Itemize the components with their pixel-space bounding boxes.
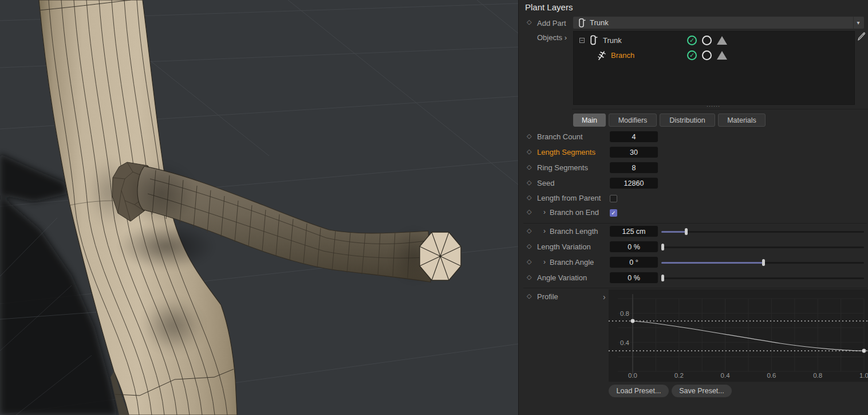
load-preset-button[interactable]: Load Preset... [609,385,669,397]
collapse-icon[interactable]: − [579,38,585,43]
display-triangle-icon[interactable] [717,36,727,45]
objects-label: Objects › [537,33,567,42]
dropdown-arrow-icon[interactable]: ▾ [853,17,863,29]
state-circle-icon[interactable] [702,36,712,45]
param-diamond-icon: ◇ [527,209,531,215]
param-label-length-segments: Length Segments [537,148,595,156]
add-part-label: Add Part [537,19,566,28]
enabled-check-icon[interactable]: ✓ [687,36,697,45]
curve-point-start[interactable] [631,319,635,323]
param-diamond-icon: ◇ [527,274,531,280]
tree-item-label[interactable]: Branch [611,51,634,60]
length-segments-field[interactable]: 30 [610,147,658,158]
branch-on-end-checkbox[interactable]: ✓ [610,209,617,217]
seed-field[interactable]: 12860 [610,178,658,189]
param-diamond-icon: ◇ [527,259,531,265]
param-diamond-icon: ◇ [527,164,531,170]
branch-count-field[interactable]: 4 [610,131,658,142]
add-part-dropdown[interactable]: Trunk ▾ [573,17,864,29]
tab-distribution[interactable]: Distribution [660,113,715,127]
param-label-branch-count: Branch Count [537,132,583,141]
branch-length-field[interactable]: 125 cm [610,226,658,237]
branch-angle-field[interactable]: 0 ° [610,257,658,268]
ytick-label: 0.4 [620,339,630,346]
expand-chevron-icon[interactable]: › [543,227,546,235]
pencil-icon[interactable] [857,32,866,42]
xtick-label: 0.2 [674,372,684,379]
state-circle-icon[interactable] [702,50,712,60]
expand-chevron-icon[interactable]: › [543,258,546,266]
param-diamond-icon: ◇ [527,19,531,25]
param-diamond-icon: ◇ [527,228,531,234]
tree-row-branch[interactable]: Branch ✓ [574,48,854,62]
length-variation-slider[interactable] [661,244,864,250]
branch-angle-slider[interactable] [661,259,864,266]
panel-title: Plant Layers [525,2,573,12]
profile-curve-graph[interactable]: 0.8 0.4 0.0 0.2 0.4 0.6 0.8 1.0 [609,289,868,382]
enabled-check-icon[interactable]: ✓ [687,50,697,60]
viewport-3d[interactable] [0,0,518,415]
profile-expand-chevron-icon[interactable]: › [603,292,606,302]
param-label-ring-segments: Ring Segments [537,163,588,172]
expand-chevron-icon[interactable]: › [543,208,546,216]
param-label-angle-variation: Angle Variation [537,273,587,282]
tab-materials[interactable]: Materials [718,113,766,127]
length-from-parent-checkbox[interactable] [610,195,617,202]
angle-variation-slider[interactable] [661,275,864,281]
panel-separator [572,109,868,109]
xtick-label: 1.0 [859,372,868,379]
param-diamond-icon: ◇ [527,133,531,139]
param-label-profile: Profile [537,292,558,301]
display-triangle-icon[interactable] [717,51,727,60]
plant-layers-panel: Plant Layers ◇ Add Part Trunk ▾ Objects … [518,0,868,415]
trunk-icon [589,34,598,46]
ring-segments-field[interactable]: 8 [610,162,658,173]
xtick-label: 0.0 [628,372,637,379]
ytick-label: 0.8 [620,310,629,317]
panel-separator [523,223,867,224]
param-label-branch-on-end: Branch on End [550,208,599,217]
xtick-label: 0.8 [813,372,822,379]
param-label-branch-angle: Branch Angle [550,258,594,267]
param-label-length-variation: Length Variation [537,242,591,251]
tree-row-trunk[interactable]: − Trunk ✓ [574,33,854,48]
drag-handle-dots[interactable]: ······ [707,104,720,108]
param-label-length-from-parent: Length from Parent [537,194,601,202]
tree-item-label[interactable]: Trunk [603,36,622,45]
param-diamond-icon: ◇ [527,293,531,299]
xtick-label: 0.4 [721,372,731,379]
save-preset-button[interactable]: Save Preset... [672,385,732,397]
param-diamond-icon: ◇ [527,148,531,155]
objects-tree[interactable]: − Trunk ✓ Branch [573,31,855,105]
app-window: { "viewport": { "background": "#35383b",… [0,0,868,415]
panel-separator [523,288,867,288]
add-part-value: Trunk [590,18,609,27]
param-label-seed: Seed [537,179,554,187]
branch-icon [597,50,606,61]
trunk-icon [577,18,586,28]
length-variation-field[interactable]: 0 % [610,241,658,252]
curve-point-end[interactable] [862,349,866,353]
branch-length-slider[interactable] [661,228,864,235]
angle-variation-field[interactable]: 0 % [610,272,658,283]
xtick-label: 0.6 [767,372,776,379]
param-diamond-icon: ◇ [527,194,531,201]
param-diamond-icon: ◇ [527,179,531,186]
param-diamond-icon: ◇ [527,243,531,249]
profile-curve-canvas: 0.8 0.4 0.0 0.2 0.4 0.6 0.8 1.0 [609,289,868,382]
viewport-canvas [0,0,518,415]
tab-modifiers[interactable]: Modifiers [609,113,657,127]
branch-end-cap [420,232,461,280]
tab-main[interactable]: Main [573,113,606,127]
param-label-branch-length: Branch Length [550,227,598,236]
